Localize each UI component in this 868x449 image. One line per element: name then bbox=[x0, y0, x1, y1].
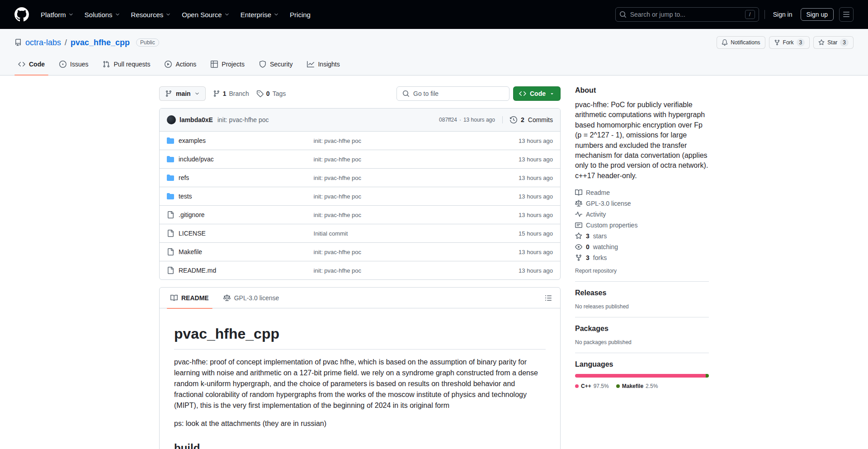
readme-link[interactable]: Readme bbox=[575, 187, 709, 198]
activity-link[interactable]: Activity bbox=[575, 209, 709, 220]
primary-nav: Platform Solutions Resources Open Source… bbox=[36, 7, 315, 22]
repo-content: main 1 Branch 0 Tags bbox=[159, 86, 561, 449]
notifications-button[interactable]: Notifications bbox=[717, 36, 765, 49]
tags-link[interactable]: 0 Tags bbox=[256, 90, 286, 97]
row-commit-message[interactable]: init: pvac-hfhe poc bbox=[314, 156, 481, 163]
file-icon bbox=[167, 230, 174, 237]
search-icon bbox=[402, 90, 410, 97]
file-icon bbox=[167, 248, 174, 255]
pulse-icon bbox=[575, 211, 582, 218]
nav-item-platform[interactable]: Platform bbox=[36, 7, 78, 22]
play-icon bbox=[165, 61, 172, 68]
tab-readme[interactable]: README bbox=[163, 288, 216, 308]
go-to-file-search[interactable] bbox=[396, 86, 509, 101]
file-link[interactable]: refs bbox=[167, 174, 314, 181]
language-bar-segment-cpp[interactable] bbox=[575, 374, 706, 378]
language-bar-segment-makefile[interactable] bbox=[706, 374, 709, 378]
readme-title: pvac_hfhe_cpp bbox=[174, 323, 546, 350]
table-row[interactable]: include/pvac init: pvac-hfhe poc 13 hour… bbox=[160, 150, 560, 168]
global-search[interactable]: Search or jump to... / bbox=[615, 7, 759, 22]
file-link[interactable]: Makefile bbox=[167, 248, 314, 255]
nav-item-solutions[interactable]: Solutions bbox=[80, 7, 125, 22]
file-link[interactable]: tests bbox=[167, 193, 314, 200]
row-commit-message[interactable]: init: pvac-hfhe poc bbox=[314, 249, 481, 255]
tab-security[interactable]: Security bbox=[252, 53, 300, 75]
file-link[interactable]: LICENSE bbox=[167, 230, 314, 237]
watchers-link[interactable]: 0watching bbox=[575, 241, 709, 252]
tab-pull-requests[interactable]: Pull requests bbox=[95, 53, 157, 75]
file-link[interactable]: examples bbox=[167, 137, 314, 144]
avatar[interactable] bbox=[167, 115, 176, 124]
tab-actions[interactable]: Actions bbox=[157, 53, 203, 75]
row-commit-message[interactable]: init: pvac-hfhe poc bbox=[314, 175, 481, 181]
row-commit-time: 13 hours ago bbox=[481, 175, 553, 181]
commit-sha-link[interactable]: 087ff24 bbox=[439, 117, 457, 123]
about-description: pvac-hfhe: PoC for publicly verifiable a… bbox=[575, 100, 709, 181]
code-dropdown-button[interactable]: Code bbox=[513, 86, 561, 101]
branch-selector[interactable]: main bbox=[159, 86, 206, 101]
packages-empty-text: No packages published bbox=[575, 339, 632, 345]
fork-button[interactable]: Fork 3 bbox=[769, 36, 810, 49]
row-commit-time: 13 hours ago bbox=[481, 267, 553, 274]
language-item-cpp[interactable]: C++ 97.5% bbox=[575, 383, 609, 389]
outline-button[interactable] bbox=[542, 292, 555, 304]
row-commit-time: 13 hours ago bbox=[481, 212, 553, 218]
file-tree-table: lambda0xE init: pvac-hfhe poc 087ff24 · … bbox=[159, 108, 561, 280]
issue-opened-icon bbox=[59, 61, 66, 68]
repo-name-link[interactable]: pvac_hfhe_cpp bbox=[71, 38, 130, 47]
github-logo[interactable] bbox=[14, 7, 29, 22]
row-commit-message[interactable]: init: pvac-hfhe poc bbox=[314, 267, 481, 274]
file-link[interactable]: README.md bbox=[167, 267, 314, 274]
releases-empty-text: No releases published bbox=[575, 303, 629, 310]
commit-message-link[interactable]: init: pvac-hfhe poc bbox=[217, 116, 269, 123]
row-commit-message[interactable]: init: pvac-hfhe poc bbox=[314, 137, 481, 144]
eye-icon bbox=[575, 243, 582, 250]
forks-link[interactable]: 3forks bbox=[575, 252, 709, 263]
nav-item-resources[interactable]: Resources bbox=[127, 7, 176, 22]
language-item-makefile[interactable]: Makefile 2.5% bbox=[616, 383, 658, 389]
table-row[interactable]: .gitignore init: pvac-hfhe poc 13 hours … bbox=[160, 205, 560, 224]
go-to-file-input[interactable] bbox=[413, 90, 504, 97]
breadcrumb-separator: / bbox=[65, 38, 67, 47]
nav-item-open-source[interactable]: Open Source bbox=[177, 7, 234, 22]
releases-title[interactable]: Releases bbox=[575, 289, 709, 297]
tab-insights[interactable]: Insights bbox=[300, 53, 347, 75]
nav-item-enterprise[interactable]: Enterprise bbox=[236, 7, 283, 22]
report-repository-link[interactable]: Report repository bbox=[575, 268, 617, 274]
chevron-down-icon bbox=[224, 12, 230, 17]
chevron-down-icon bbox=[115, 12, 120, 17]
table-row[interactable]: refs init: pvac-hfhe poc 13 hours ago bbox=[160, 168, 560, 187]
note-icon bbox=[575, 222, 582, 229]
language-bar bbox=[575, 374, 709, 378]
tab-projects[interactable]: Projects bbox=[203, 53, 252, 75]
table-row[interactable]: README.md init: pvac-hfhe poc 13 hours a… bbox=[160, 261, 560, 279]
tab-license[interactable]: GPL-3.0 license bbox=[216, 288, 287, 308]
readme-build-heading: build bbox=[174, 440, 546, 449]
repo-owner-link[interactable]: octra-labs bbox=[25, 38, 61, 47]
nav-item-pricing[interactable]: Pricing bbox=[285, 7, 315, 22]
row-commit-message[interactable]: init: pvac-hfhe poc bbox=[314, 193, 481, 200]
star-button[interactable]: Star 3 bbox=[813, 36, 854, 49]
table-row[interactable]: Makefile init: pvac-hfhe poc 13 hours ag… bbox=[160, 242, 560, 261]
tab-code[interactable]: Code bbox=[11, 53, 52, 75]
license-link[interactable]: GPL-3.0 license bbox=[575, 198, 709, 209]
breadcrumb: octra-labs / pvac_hfhe_cpp Public bbox=[14, 38, 159, 47]
row-commit-message[interactable]: init: pvac-hfhe poc bbox=[314, 212, 481, 218]
packages-title[interactable]: Packages bbox=[575, 325, 709, 333]
row-commit-message[interactable]: Initial commit bbox=[314, 230, 481, 237]
stars-link[interactable]: 3stars bbox=[575, 231, 709, 241]
sign-in-link[interactable]: Sign in bbox=[770, 8, 795, 21]
sign-up-button[interactable]: Sign up bbox=[801, 8, 834, 21]
table-row[interactable]: LICENSE Initial commit 15 hours ago bbox=[160, 224, 560, 242]
commit-author-link[interactable]: lambda0xE bbox=[179, 116, 213, 123]
law-icon bbox=[575, 200, 582, 207]
custom-properties-link[interactable]: Custom properties bbox=[575, 220, 709, 231]
commit-history-link[interactable]: 2 Commits bbox=[502, 116, 553, 123]
table-row[interactable]: examples init: pvac-hfhe poc 13 hours ag… bbox=[160, 131, 560, 150]
branches-link[interactable]: 1 Branch bbox=[213, 90, 249, 97]
file-link[interactable]: .gitignore bbox=[167, 211, 314, 218]
tab-issues[interactable]: Issues bbox=[52, 53, 95, 75]
command-palette-button[interactable] bbox=[839, 7, 854, 22]
table-row[interactable]: tests init: pvac-hfhe poc 13 hours ago bbox=[160, 187, 560, 205]
file-link[interactable]: include/pvac bbox=[167, 156, 314, 163]
